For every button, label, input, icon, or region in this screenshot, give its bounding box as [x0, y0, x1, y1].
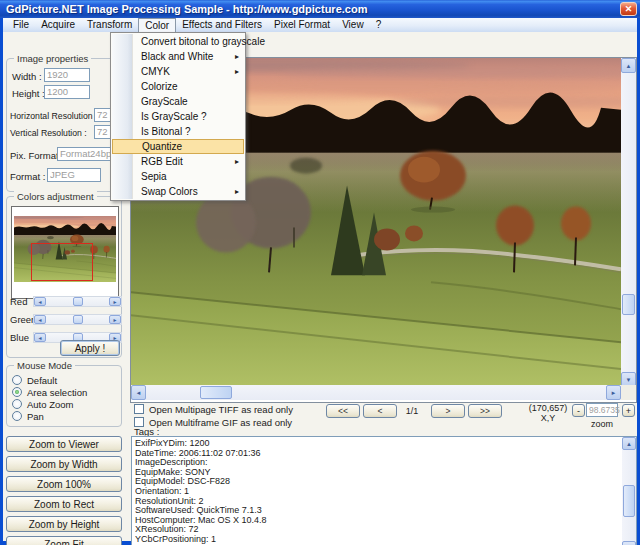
- menu-item-label: Sepia: [141, 169, 244, 184]
- coords-value: (170,657): [525, 403, 571, 413]
- group-title: Image properties: [14, 53, 91, 64]
- multiframe-gif-label: Open Multiframe GIF as read only: [149, 417, 292, 428]
- scroll-right-button[interactable]: ►: [606, 385, 621, 400]
- height-field: 1200: [44, 85, 90, 99]
- prev-page-button[interactable]: <: [363, 404, 397, 418]
- zoom-in-button[interactable]: +: [622, 404, 635, 417]
- first-page-button[interactable]: <<: [326, 404, 360, 418]
- tags-textarea[interactable]: ExifPixYDim: 1200 DateTime: 2006:11:02 0…: [131, 436, 637, 545]
- menu-item-swap-colors[interactable]: Swap Colors▸: [112, 184, 244, 199]
- menu-pixel-format[interactable]: Pixel Format: [268, 18, 336, 32]
- client-area: ▲ ▼ ◄ ► Image properties Width : 1920 He…: [3, 32, 637, 541]
- slider-thumb[interactable]: [73, 297, 83, 306]
- selection-rectangle[interactable]: [31, 243, 93, 281]
- pixformat-label: Pix. Format:: [10, 150, 61, 161]
- titlebar[interactable]: GdPicture.NET Image Processing Sample - …: [0, 0, 640, 18]
- viewer-vertical-scrollbar[interactable]: ▲ ▼: [621, 58, 636, 387]
- menu-color[interactable]: Color: [138, 18, 176, 32]
- zoom-out-button[interactable]: -: [572, 404, 585, 417]
- scroll-up-button[interactable]: ▲: [622, 437, 636, 450]
- viewer-horizontal-scrollbar[interactable]: ◄ ►: [131, 385, 621, 400]
- menu-item-colorize[interactable]: Colorize: [112, 79, 244, 94]
- slider-green[interactable]: ◄►: [33, 314, 122, 325]
- hscroll-thumb[interactable]: [200, 386, 232, 399]
- menu-transform[interactable]: Transform: [81, 18, 138, 32]
- arrow-up-icon: ▲: [626, 441, 632, 447]
- group-title: Mouse Mode: [14, 360, 75, 371]
- arrow-left-icon[interactable]: ◄: [34, 333, 46, 342]
- slider-row-green: Green◄►: [10, 314, 122, 325]
- menu-view[interactable]: View: [336, 18, 370, 32]
- menu-item-label: RGB Edit: [141, 154, 244, 169]
- zoom-value-field: 98.6735: [586, 403, 618, 417]
- scrollbar-corner: [621, 385, 636, 400]
- multipage-tiff-checkbox[interactable]: [134, 404, 144, 414]
- tags-content: ExifPixYDim: 1200 DateTime: 2006:11:02 0…: [135, 439, 620, 545]
- height-label: Height :: [12, 88, 45, 99]
- tags-scrollbar[interactable]: ▲ ▼: [622, 437, 636, 545]
- menu-item-is-bitonal[interactable]: Is Bitonal ?: [112, 124, 244, 139]
- mouse-mode-option-area-selection[interactable]: Area selection: [12, 386, 120, 398]
- arrow-left-icon[interactable]: ◄: [34, 297, 46, 306]
- mouse-mode-option-auto-zoom[interactable]: Auto Zoom: [12, 398, 120, 410]
- vscroll-thumb[interactable]: [622, 294, 635, 315]
- arrow-right-icon[interactable]: ►: [109, 315, 121, 324]
- cursor-coordinates: (170,657) X,Y: [525, 403, 571, 423]
- format-label: Format :: [10, 171, 45, 182]
- menu-[interactable]: ?: [370, 18, 388, 32]
- scroll-down-button[interactable]: ▼: [622, 541, 636, 545]
- menu-item-label: Convert bitonal to grayscale: [141, 34, 244, 49]
- menu-item-is-grayscale[interactable]: Is GrayScale ?: [112, 109, 244, 124]
- menu-item-black-and-white[interactable]: Black and White▸: [112, 49, 244, 64]
- width-field: 1920: [44, 68, 90, 82]
- menu-item-cmyk[interactable]: CMYK▸: [112, 64, 244, 79]
- menu-item-label: GrayScale: [141, 94, 244, 109]
- menu-item-label: CMYK: [141, 64, 244, 79]
- mouse-mode-options: DefaultArea selectionAuto ZoomPan: [12, 374, 120, 422]
- radio-unselected[interactable]: [12, 375, 22, 385]
- radio-selected[interactable]: [12, 387, 22, 397]
- arrow-right-icon[interactable]: ►: [109, 297, 121, 306]
- menu-item-grayscale[interactable]: GrayScale: [112, 94, 244, 109]
- radio-unselected[interactable]: [12, 411, 22, 421]
- menu-item-sepia[interactable]: Sepia: [112, 169, 244, 184]
- menu-acquire[interactable]: Acquire: [35, 18, 81, 32]
- slider-label: Blue: [10, 332, 33, 343]
- menu-item-convert-bitonal-to-grayscale[interactable]: Convert bitonal to grayscale: [112, 34, 244, 49]
- menu-file[interactable]: File: [7, 18, 35, 32]
- button-zoom-by-height[interactable]: Zoom by Height: [6, 516, 122, 532]
- button-zoom-by-width[interactable]: Zoom by Width: [6, 456, 122, 472]
- menu-effects-and-filters[interactable]: Effects and Filters: [176, 18, 268, 32]
- submenu-arrow-icon: ▸: [235, 154, 239, 169]
- menu-item-label: Quantize: [142, 140, 243, 153]
- menu-item-quantize[interactable]: Quantize: [112, 139, 244, 154]
- button-zoom-to-rect[interactable]: Zoom to Rect: [6, 496, 122, 512]
- slider-red[interactable]: ◄►: [33, 296, 122, 307]
- arrow-up-icon: ▲: [626, 63, 632, 69]
- scroll-left-button[interactable]: ◄: [131, 385, 146, 400]
- button-zoom-100[interactable]: Zoom 100%: [6, 476, 122, 492]
- zoom-label: zoom: [586, 419, 618, 429]
- apply-button[interactable]: Apply !: [60, 340, 120, 356]
- menubar: FileAcquireTransformColorEffects and Fil…: [3, 18, 637, 32]
- next-page-button[interactable]: >: [431, 404, 465, 418]
- radio-label: Area selection: [27, 387, 87, 398]
- mouse-mode-option-default[interactable]: Default: [12, 374, 120, 386]
- menu-item-label: Colorize: [141, 79, 244, 94]
- slider-thumb[interactable]: [73, 315, 83, 324]
- close-button[interactable]: ✕: [620, 2, 637, 16]
- mouse-mode-option-pan[interactable]: Pan: [12, 410, 120, 422]
- last-page-button[interactable]: >>: [468, 404, 502, 418]
- arrow-left-icon[interactable]: ◄: [34, 315, 46, 324]
- button-zoom-to-viewer[interactable]: Zoom to Viewer: [6, 436, 122, 452]
- tags-scroll-thumb[interactable]: [623, 485, 635, 517]
- radio-unselected[interactable]: [12, 399, 22, 409]
- menu-item-rgb-edit[interactable]: RGB Edit▸: [112, 154, 244, 169]
- arrow-right-icon: ►: [611, 390, 617, 396]
- preview-thumbnail[interactable]: [11, 206, 119, 299]
- button-zoom-fit[interactable]: Zoom Fit: [6, 536, 122, 545]
- hres-label: Horizontal Resolution :: [10, 111, 97, 121]
- submenu-arrow-icon: ▸: [235, 64, 239, 79]
- slider-label: Green: [10, 314, 33, 325]
- scroll-up-button[interactable]: ▲: [621, 58, 636, 73]
